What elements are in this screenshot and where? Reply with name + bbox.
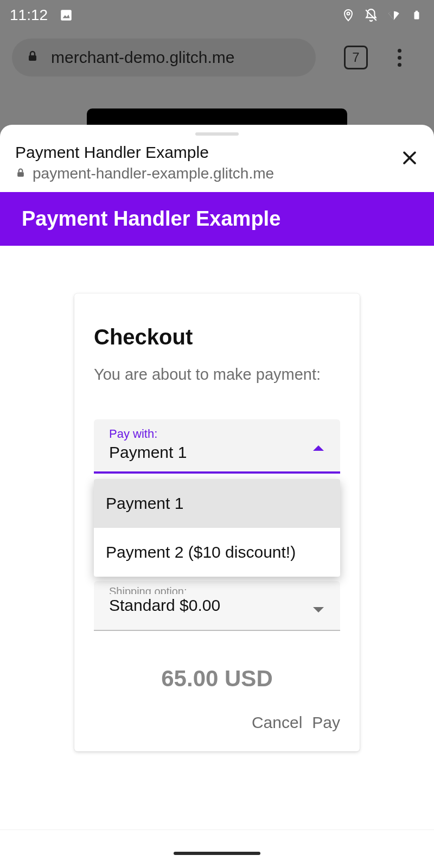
overflow-menu-icon[interactable] — [390, 49, 409, 67]
close-button[interactable] — [400, 149, 419, 169]
app-bar: Payment Handler Example — [0, 192, 434, 246]
address-bar[interactable]: merchant-demo.glitch.me — [12, 39, 316, 76]
location-icon — [341, 8, 356, 23]
svg-rect-4 — [414, 12, 419, 20]
card-subtitle: You are about to make payment: — [94, 366, 340, 384]
battery-icon — [409, 8, 424, 23]
dropdown-option-payment-2[interactable]: Payment 2 ($10 discount!) — [94, 528, 340, 577]
clock: 11:12 — [10, 7, 48, 24]
dropdown-option-payment-1[interactable]: Payment 1 — [94, 479, 340, 528]
pay-with-dropdown: Payment 1 Payment 2 ($10 discount!) — [94, 479, 340, 577]
app-bar-title: Payment Handler Example — [22, 207, 280, 230]
lock-icon — [15, 165, 26, 182]
card-title: Checkout — [94, 325, 340, 349]
svg-rect-5 — [416, 11, 418, 12]
svg-point-2 — [347, 12, 350, 15]
pay-button[interactable]: Pay — [312, 713, 340, 732]
status-bar: 11:12 — [0, 0, 434, 30]
tab-switcher[interactable]: 7 — [344, 46, 368, 69]
gesture-bar[interactable] — [174, 852, 260, 855]
payment-sheet: Payment Handler Example payment-handler-… — [0, 125, 434, 868]
svg-rect-7 — [17, 172, 24, 176]
lock-icon — [26, 50, 39, 65]
pay-with-label: Pay with: — [109, 427, 325, 441]
sheet-title: Payment Handler Example — [15, 143, 274, 162]
pay-with-select[interactable]: Pay with: Payment 1 — [94, 419, 340, 474]
bottom-bar — [0, 830, 434, 868]
shipping-value: Standard $0.00 — [109, 596, 325, 615]
wifi-icon — [386, 8, 401, 23]
pay-with-value: Payment 1 — [109, 443, 325, 462]
bell-off-icon — [363, 8, 379, 23]
shipping-label: Shipping option: — [109, 586, 325, 594]
shipping-select[interactable]: Shipping option: Standard $0.00 — [94, 581, 340, 631]
svg-rect-0 — [61, 10, 72, 21]
browser-toolbar: merchant-demo.glitch.me 7 — [0, 35, 434, 80]
chevron-down-icon — [313, 607, 324, 612]
url-text: merchant-demo.glitch.me — [51, 48, 234, 67]
chevron-up-icon — [313, 445, 324, 451]
cancel-button[interactable]: Cancel — [252, 713, 302, 732]
image-icon — [59, 8, 74, 23]
svg-rect-6 — [29, 55, 36, 61]
sheet-origin: payment-handler-example.glitch.me — [33, 165, 274, 182]
order-total: 65.00 USD — [94, 666, 340, 692]
checkout-card: Checkout You are about to make payment: … — [74, 293, 360, 751]
